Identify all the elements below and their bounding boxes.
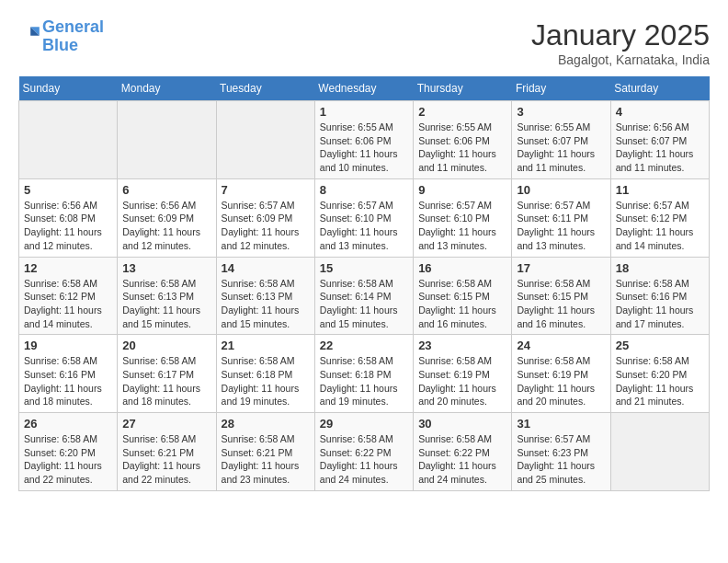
month-title: January 2025 [531,18,710,52]
day-number: 1 [320,105,408,119]
day-number: 6 [122,183,210,197]
calendar-day-cell: 14Sunrise: 6:58 AM Sunset: 6:13 PM Dayli… [216,257,314,335]
day-number: 22 [320,339,408,352]
calendar-day-cell: 30Sunrise: 6:58 AM Sunset: 6:22 PM Dayli… [414,413,512,491]
day-number: 15 [320,261,408,275]
calendar-day-cell: 26Sunrise: 6:58 AM Sunset: 6:20 PM Dayli… [19,413,118,491]
calendar-day-cell: 24Sunrise: 6:58 AM Sunset: 6:19 PM Dayli… [512,335,610,413]
calendar-week-row: 5Sunrise: 6:56 AM Sunset: 6:08 PM Daylig… [19,178,710,257]
calendar-day-cell: 28Sunrise: 6:58 AM Sunset: 6:21 PM Dayli… [216,413,314,491]
day-number: 4 [616,105,704,119]
day-number: 8 [320,183,408,197]
day-info: Sunrise: 6:58 AM Sunset: 6:15 PM Dayligh… [517,277,605,331]
calendar-day-cell: 7Sunrise: 6:57 AM Sunset: 6:09 PM Daylig… [216,178,314,257]
day-info: Sunrise: 6:58 AM Sunset: 6:13 PM Dayligh… [222,277,310,331]
day-info: Sunrise: 6:55 AM Sunset: 6:06 PM Dayligh… [418,121,506,175]
day-info: Sunrise: 6:56 AM Sunset: 6:08 PM Dayligh… [24,199,112,253]
day-number: 21 [222,339,310,352]
day-number: 12 [24,261,112,275]
calendar-day-cell: 31Sunrise: 6:57 AM Sunset: 6:23 PM Dayli… [512,413,610,491]
calendar-day-cell: 20Sunrise: 6:58 AM Sunset: 6:17 PM Dayli… [118,335,216,413]
weekday-header-row: SundayMondayTuesdayWednesdayThursdayFrid… [19,76,710,101]
calendar-day-cell: 5Sunrise: 6:56 AM Sunset: 6:08 PM Daylig… [19,178,118,257]
day-number: 11 [616,183,704,197]
day-info: Sunrise: 6:57 AM Sunset: 6:10 PM Dayligh… [418,199,506,253]
day-number: 29 [320,417,408,431]
calendar-day-cell: 17Sunrise: 6:58 AM Sunset: 6:15 PM Dayli… [512,257,610,335]
day-number: 24 [517,339,605,352]
calendar-day-cell: 19Sunrise: 6:58 AM Sunset: 6:16 PM Dayli… [19,335,118,413]
weekday-header-cell: Wednesday [314,76,413,101]
day-info: Sunrise: 6:58 AM Sunset: 6:17 PM Dayligh… [122,354,210,408]
calendar-day-cell [216,101,314,179]
calendar-body: 1Sunrise: 6:55 AM Sunset: 6:06 PM Daylig… [19,101,710,491]
day-number: 20 [122,339,210,352]
day-info: Sunrise: 6:57 AM Sunset: 6:12 PM Dayligh… [616,199,704,253]
day-number: 18 [616,261,704,275]
day-number: 30 [418,417,506,431]
day-info: Sunrise: 6:58 AM Sunset: 6:22 PM Dayligh… [418,432,506,487]
day-info: Sunrise: 6:58 AM Sunset: 6:21 PM Dayligh… [122,432,210,487]
day-info: Sunrise: 6:55 AM Sunset: 6:07 PM Dayligh… [517,121,605,175]
calendar-day-cell: 6Sunrise: 6:56 AM Sunset: 6:09 PM Daylig… [118,178,216,257]
day-number: 3 [517,105,605,119]
calendar-day-cell: 15Sunrise: 6:58 AM Sunset: 6:14 PM Dayli… [314,257,413,335]
day-number: 16 [418,261,506,275]
day-number: 26 [24,417,112,431]
day-number: 28 [222,417,310,431]
weekday-header-cell: Friday [512,76,610,101]
calendar-day-cell: 9Sunrise: 6:57 AM Sunset: 6:10 PM Daylig… [414,178,512,257]
day-info: Sunrise: 6:58 AM Sunset: 6:14 PM Dayligh… [320,277,408,331]
day-info: Sunrise: 6:58 AM Sunset: 6:19 PM Dayligh… [517,354,605,408]
calendar-day-cell [19,101,118,179]
day-number: 27 [122,417,210,431]
calendar-day-cell: 10Sunrise: 6:57 AM Sunset: 6:11 PM Dayli… [512,178,610,257]
weekday-header-cell: Sunday [19,76,118,101]
logo: General Blue [18,18,104,55]
day-info: Sunrise: 6:57 AM Sunset: 6:10 PM Dayligh… [320,199,408,253]
logo-general: General [42,17,104,36]
day-number: 9 [418,183,506,197]
calendar-day-cell: 29Sunrise: 6:58 AM Sunset: 6:22 PM Dayli… [314,413,413,491]
day-number: 5 [24,183,112,197]
calendar-day-cell: 16Sunrise: 6:58 AM Sunset: 6:15 PM Dayli… [414,257,512,335]
calendar-week-row: 1Sunrise: 6:55 AM Sunset: 6:06 PM Daylig… [19,101,710,179]
day-number: 17 [517,261,605,275]
day-number: 14 [222,261,310,275]
calendar-table: SundayMondayTuesdayWednesdayThursdayFrid… [18,76,710,491]
calendar-day-cell: 27Sunrise: 6:58 AM Sunset: 6:21 PM Dayli… [118,413,216,491]
day-info: Sunrise: 6:58 AM Sunset: 6:20 PM Dayligh… [24,432,112,487]
calendar-day-cell: 18Sunrise: 6:58 AM Sunset: 6:16 PM Dayli… [610,257,709,335]
day-info: Sunrise: 6:56 AM Sunset: 6:09 PM Dayligh… [122,199,210,253]
calendar-day-cell: 13Sunrise: 6:58 AM Sunset: 6:13 PM Dayli… [118,257,216,335]
calendar-day-cell: 21Sunrise: 6:58 AM Sunset: 6:18 PM Dayli… [216,335,314,413]
day-info: Sunrise: 6:58 AM Sunset: 6:20 PM Dayligh… [616,354,704,408]
weekday-header-cell: Saturday [610,76,709,101]
day-number: 23 [418,339,506,352]
calendar-day-cell: 12Sunrise: 6:58 AM Sunset: 6:12 PM Dayli… [19,257,118,335]
weekday-header-cell: Thursday [414,76,512,101]
day-info: Sunrise: 6:57 AM Sunset: 6:09 PM Dayligh… [222,199,310,253]
calendar-day-cell: 1Sunrise: 6:55 AM Sunset: 6:06 PM Daylig… [314,101,413,179]
calendar-day-cell: 8Sunrise: 6:57 AM Sunset: 6:10 PM Daylig… [314,178,413,257]
day-info: Sunrise: 6:58 AM Sunset: 6:15 PM Dayligh… [418,277,506,331]
day-number: 2 [418,105,506,119]
calendar-day-cell: 25Sunrise: 6:58 AM Sunset: 6:20 PM Dayli… [610,335,709,413]
day-info: Sunrise: 6:56 AM Sunset: 6:07 PM Dayligh… [616,121,704,175]
day-info: Sunrise: 6:58 AM Sunset: 6:21 PM Dayligh… [222,432,310,487]
day-info: Sunrise: 6:55 AM Sunset: 6:06 PM Dayligh… [320,121,408,175]
day-number: 31 [517,417,605,431]
calendar-day-cell: 3Sunrise: 6:55 AM Sunset: 6:07 PM Daylig… [512,101,610,179]
logo-text: General Blue [42,18,104,55]
calendar-day-cell [610,413,709,491]
calendar-day-cell: 4Sunrise: 6:56 AM Sunset: 6:07 PM Daylig… [610,101,709,179]
logo-blue: Blue [42,36,78,54]
calendar-day-cell [118,101,216,179]
title-block: January 2025 Bagalgot, Karnataka, India [531,18,710,67]
day-info: Sunrise: 6:57 AM Sunset: 6:11 PM Dayligh… [517,199,605,253]
calendar-week-row: 26Sunrise: 6:58 AM Sunset: 6:20 PM Dayli… [19,413,710,491]
day-info: Sunrise: 6:58 AM Sunset: 6:22 PM Dayligh… [320,432,408,487]
logo-icon [20,24,42,46]
calendar-week-row: 12Sunrise: 6:58 AM Sunset: 6:12 PM Dayli… [19,257,710,335]
day-info: Sunrise: 6:58 AM Sunset: 6:12 PM Dayligh… [24,277,112,331]
